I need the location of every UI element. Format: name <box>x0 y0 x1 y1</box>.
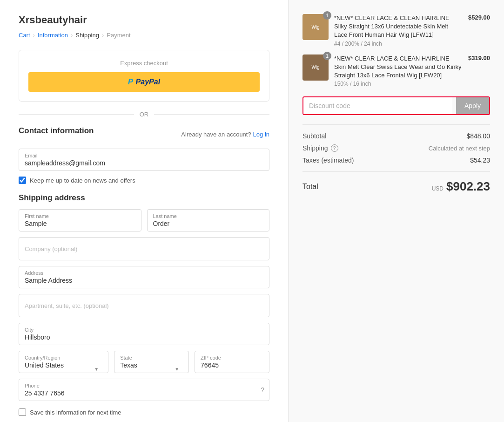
email-label: Email <box>25 153 263 158</box>
paypal-label: PayPal <box>136 78 160 86</box>
newsletter-label: Keep me up to date on news and offers <box>30 177 135 184</box>
apply-discount-button[interactable]: Apply <box>456 97 489 114</box>
or-text: OR <box>140 111 149 118</box>
discount-section: Apply <box>302 96 490 115</box>
product-price-2: $319.00 <box>468 54 490 61</box>
shipping-help-icon[interactable]: ? <box>331 144 338 152</box>
apt-wrapper <box>19 294 269 317</box>
taxes-row: Taxes (estimated) $54.23 <box>302 157 490 164</box>
express-checkout-label: Express checkout <box>28 60 260 67</box>
shipping-row: Shipping ? Calculated at next step <box>302 144 490 152</box>
product-thumb-2: Wig 1 <box>302 54 329 81</box>
product-qty-badge-1: 1 <box>323 11 331 20</box>
email-input[interactable] <box>25 159 263 167</box>
shipping-section: Shipping address First name Last name <box>19 193 269 401</box>
state-wrapper: State Texas ▼ <box>114 351 189 373</box>
country-group: Country/Region United States ▼ <box>19 351 108 373</box>
country-select[interactable]: United States <box>25 361 102 369</box>
product-thumb-1: Wig 1 <box>302 14 329 40</box>
or-divider: OR <box>19 111 269 118</box>
breadcrumb-cart[interactable]: Cart <box>19 32 30 39</box>
apt-input[interactable] <box>25 298 263 313</box>
apt-group <box>19 294 269 317</box>
country-select-wrapper: United States ▼ <box>25 361 102 369</box>
first-name-label: First name <box>25 213 135 219</box>
shipping-value: Calculated at next step <box>429 145 490 152</box>
phone-group: Phone ? <box>19 379 269 401</box>
product-variant-1: #4 / 200% / 24 inch <box>334 41 463 47</box>
total-row: Total USD $902.23 <box>302 171 490 194</box>
total-label: Total <box>302 183 318 191</box>
left-panel: Xrsbeautyhair Cart › Information › Shipp… <box>0 0 289 422</box>
state-select[interactable]: Texas <box>120 361 183 369</box>
email-group: Email <box>19 149 269 171</box>
state-select-wrapper: Texas ▼ <box>120 361 183 369</box>
save-info-checkbox[interactable] <box>19 408 26 416</box>
phone-help-icon[interactable]: ? <box>261 386 264 394</box>
newsletter-row: Keep me up to date on news and offers <box>19 177 269 184</box>
city-input[interactable] <box>25 334 263 341</box>
breadcrumb-information[interactable]: Information <box>38 32 68 39</box>
phone-wrapper: Phone ? <box>19 379 269 401</box>
subtotal-row: Subtotal $848.00 <box>302 132 490 140</box>
last-name-input[interactable] <box>153 220 264 227</box>
state-group: State Texas ▼ <box>114 351 189 373</box>
total-amount: $902.23 <box>446 179 490 194</box>
zip-label: ZIP code <box>201 355 263 361</box>
total-currency: USD <box>432 185 444 192</box>
product-name-2: *NEW* CLEAR LACE & CLEAN HAIRLINE Skin M… <box>334 54 463 80</box>
express-checkout-section: Express checkout P PayPal <box>19 50 269 102</box>
company-group <box>19 237 269 260</box>
save-info-row: Save this information for next time <box>19 408 269 416</box>
order-summary: Subtotal $848.00 Shipping ? Calculated a… <box>302 124 490 194</box>
product-variant-2: 150% / 16 inch <box>334 81 463 87</box>
zip-wrapper: ZIP code <box>195 351 269 373</box>
last-name-group: Last name <box>147 209 270 231</box>
phone-label: Phone <box>25 383 263 388</box>
newsletter-checkbox[interactable] <box>19 177 26 184</box>
login-prompt: Already have an account? Log in <box>181 130 269 138</box>
zip-input[interactable] <box>201 361 263 369</box>
product-info-1: *NEW* CLEAR LACE & CLEAN HAIRLINE Silky … <box>334 14 463 47</box>
taxes-value: $54.23 <box>470 157 490 164</box>
country-label: Country/Region <box>25 355 102 361</box>
first-name-wrapper: First name <box>19 209 141 231</box>
email-field-wrapper: Email <box>19 149 269 171</box>
first-name-input[interactable] <box>25 220 135 227</box>
login-link[interactable]: Log in <box>253 131 269 138</box>
subtotal-value: $848.00 <box>466 132 490 140</box>
store-name: Xrsbeautyhair <box>19 14 269 26</box>
phone-input[interactable] <box>25 389 263 397</box>
shipping-label: Shipping ? <box>302 144 338 152</box>
address-group: Address <box>19 266 269 288</box>
shipping-title: Shipping address <box>19 193 269 203</box>
city-wrapper: City <box>19 323 269 345</box>
breadcrumb-payment: Payment <box>107 32 130 39</box>
taxes-label: Taxes (estimated) <box>302 157 354 164</box>
state-label: State <box>120 355 183 361</box>
right-panel: Wig 1 *NEW* CLEAR LACE & CLEAN HAIRLINE … <box>289 0 504 422</box>
product-info-2: *NEW* CLEAR LACE & CLEAN HAIRLINE Skin M… <box>334 54 463 88</box>
breadcrumb-sep-3: › <box>102 32 104 39</box>
last-name-wrapper: Last name <box>147 209 270 231</box>
address-input[interactable] <box>25 277 263 284</box>
zip-group: ZIP code <box>195 351 269 373</box>
discount-code-input[interactable] <box>303 97 452 114</box>
product-price-1: $529.00 <box>468 14 490 21</box>
product-name-1: *NEW* CLEAR LACE & CLEAN HAIRLINE Silky … <box>334 14 463 40</box>
city-group: City <box>19 323 269 345</box>
total-value: USD $902.23 <box>432 179 490 194</box>
subtotal-label: Subtotal <box>302 132 326 140</box>
contact-header: Contact information Already have an acco… <box>19 126 269 142</box>
breadcrumb-shipping: Shipping <box>75 32 99 39</box>
last-name-label: Last name <box>153 213 264 219</box>
breadcrumb-sep-2: › <box>71 32 73 39</box>
name-row: First name Last name <box>19 209 269 231</box>
company-input[interactable] <box>25 241 263 256</box>
paypal-button[interactable]: P PayPal <box>28 72 260 92</box>
breadcrumb-sep-1: › <box>33 32 35 39</box>
product-item-1: Wig 1 *NEW* CLEAR LACE & CLEAN HAIRLINE … <box>302 14 490 47</box>
city-label: City <box>25 327 263 333</box>
already-text: Already have an account? <box>181 131 251 138</box>
save-info-label: Save this information for next time <box>30 409 121 416</box>
